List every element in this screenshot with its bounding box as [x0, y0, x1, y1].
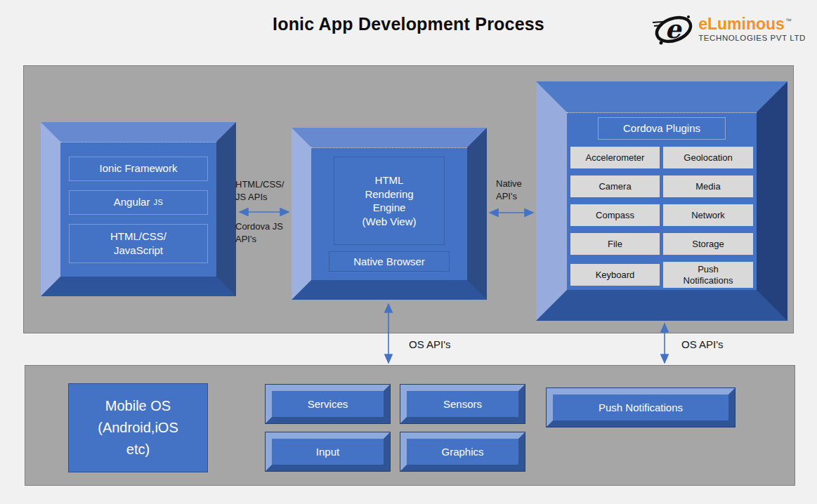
- ionic-stack-inner: Ionic Framework AngularJS HTML/CSS/ Java…: [60, 142, 216, 277]
- html-css-javascript-label: HTML/CSS/ JavaScript: [110, 230, 166, 257]
- cordova-plugins-inner: Cordova Plugins Accelerometer Geolocatio…: [567, 112, 757, 290]
- brand-logo: e eLuminous™ TECHNOLOGIES PVT LTD: [652, 8, 806, 49]
- plugin-compass: Compass: [570, 204, 660, 226]
- angular-js-item: AngularJS: [69, 190, 208, 215]
- brand-subtitle: TECHNOLOGIES PVT LTD: [698, 34, 806, 42]
- plugin-camera: Camera: [570, 175, 660, 197]
- push-notifications-label: Push Notifications: [599, 402, 683, 413]
- plugin-keyboard: Keyboard: [570, 264, 660, 286]
- label-native-apis: Native API's: [496, 178, 522, 202]
- plugin-grid: Accelerometer Geolocation Camera Media C…: [570, 147, 753, 288]
- label-cordova-js-apis: Cordova JS API's: [235, 220, 283, 245]
- html-rendering-engine-item: HTML Rendering Engine (Web View): [334, 157, 445, 245]
- input-box: Input: [266, 432, 390, 471]
- push-notifications-box: Push Notifications: [547, 388, 735, 427]
- angular-js-suffix: JS: [153, 197, 163, 207]
- label-os-apis-right: OS API's: [681, 338, 724, 350]
- plugin-accelerometer: Accelerometer: [570, 147, 660, 168]
- ionic-framework-item: Ionic Framework: [69, 157, 208, 181]
- graphics-box: Graphics: [400, 432, 525, 471]
- plugin-push-notifications: Push Notifications: [663, 262, 753, 288]
- angular-label: Angular: [114, 195, 150, 209]
- trademark-symbol: ™: [785, 18, 792, 25]
- plugin-media: Media: [663, 175, 753, 197]
- native-browser-item: Native Browser: [329, 251, 450, 272]
- sensors-box: Sensors: [400, 385, 525, 423]
- plugin-storage: Storage: [663, 233, 753, 255]
- plugin-file: File: [570, 233, 660, 255]
- label-html-css-js-apis: HTML/CSS/ JS APIs: [235, 178, 284, 203]
- brand-logo-text: eLuminous™ TECHNOLOGIES PVT LTD: [698, 15, 806, 42]
- services-box: Services: [266, 385, 390, 423]
- mobile-os-box: Mobile OS (Android,iOS etc): [68, 383, 208, 472]
- plugin-network: Network: [663, 204, 753, 226]
- graphics-label: Graphics: [441, 446, 483, 458]
- services-label: Services: [308, 398, 348, 410]
- plugin-geolocation: Geolocation: [663, 147, 753, 168]
- cordova-plugins-box: Cordova Plugins Accelerometer Geolocatio…: [536, 81, 787, 321]
- html-css-javascript-item: HTML/CSS/ JavaScript: [69, 224, 208, 263]
- ionic-stack-box: Ionic Framework AngularJS HTML/CSS/ Java…: [41, 122, 236, 296]
- cordova-plugins-header: Cordova Plugins: [598, 117, 726, 140]
- rendering-engine-inner: HTML Rendering Engine (Web View) Native …: [311, 147, 467, 280]
- rendering-engine-box: HTML Rendering Engine (Web View) Native …: [292, 128, 487, 300]
- input-label: Input: [316, 446, 339, 458]
- svg-text:e: e: [665, 14, 683, 44]
- brand-name: eLuminous™: [698, 15, 806, 32]
- brand-logo-icon: e: [652, 8, 694, 49]
- sensors-label: Sensors: [443, 398, 482, 410]
- ionic-framework-label: Ionic Framework: [100, 161, 178, 175]
- label-os-apis-middle: OS API's: [409, 338, 451, 350]
